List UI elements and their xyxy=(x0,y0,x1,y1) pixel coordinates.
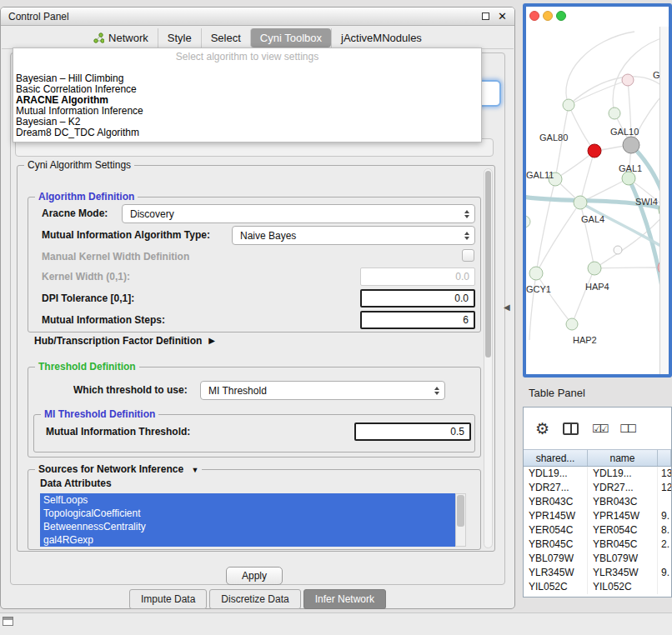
table-cell: YIL052C xyxy=(524,580,588,594)
table-cell: 2. xyxy=(658,538,671,552)
attribute-list-scrollbar[interactable] xyxy=(455,493,466,547)
hub-section-header[interactable]: Hub/Transcription Factor Definition ▶ xyxy=(34,335,215,347)
table-row[interactable]: YDR27...YDR27...12 xyxy=(524,481,671,495)
aracne-mode-select[interactable]: Discovery xyxy=(122,204,475,223)
table-cell: YBR045C xyxy=(588,538,658,552)
sources-title-label: Sources for Network Inference xyxy=(38,463,183,475)
dpi-tolerance-field[interactable] xyxy=(360,289,475,308)
table-cell: YDL19... xyxy=(588,467,658,481)
network-node[interactable] xyxy=(574,196,587,209)
bottom-tab-impute-data[interactable]: Impute Data xyxy=(129,589,207,609)
algorithm-option-mutual-information-inference[interactable]: Mutual Information Inference xyxy=(13,106,481,117)
network-node[interactable] xyxy=(529,267,543,280)
mi-threshold-label: Mutual Information Threshold: xyxy=(46,426,190,438)
network-edge xyxy=(555,151,594,179)
manual-kernel-checkbox[interactable] xyxy=(462,249,474,262)
table-row[interactable]: YER054CYER054C8. xyxy=(524,523,671,538)
settings-scrollbar[interactable] xyxy=(484,168,493,548)
panel-splitter-arrow[interactable]: ◀ xyxy=(504,302,510,312)
kernel-width-field[interactable] xyxy=(360,268,475,286)
table-panel: ⚙ ☑☑ ☐☐ shared... name YDL19...YDL19...1… xyxy=(523,407,672,598)
table-cell: 9. xyxy=(658,509,671,523)
network-node[interactable] xyxy=(588,262,601,275)
mi-algorithm-type-select[interactable]: Naive Bayes xyxy=(232,226,475,245)
table-row[interactable]: YLR345WYLR345W9. xyxy=(524,566,671,580)
mi-steps-label: Mutual Information Steps: xyxy=(42,314,165,326)
table-cell xyxy=(658,580,671,594)
network-icon xyxy=(93,32,104,43)
network-node-label: SWI4 xyxy=(635,197,658,207)
sources-section-header[interactable]: Sources for Network Inference ▼ xyxy=(35,463,202,477)
network-node[interactable] xyxy=(526,216,530,228)
network-node[interactable] xyxy=(623,137,639,153)
column-header-partial[interactable] xyxy=(658,450,671,466)
close-window-icon[interactable] xyxy=(529,11,539,21)
apply-button[interactable]: Apply xyxy=(226,567,283,585)
network-edge xyxy=(529,273,536,340)
table-cell: YDR27... xyxy=(524,481,588,495)
deselect-all-checkboxes-icon[interactable]: ☐☐ xyxy=(619,422,634,435)
tab-label: Select xyxy=(211,32,241,44)
float-panel-icon[interactable] xyxy=(482,12,489,20)
network-vertical-scrollbar[interactable] xyxy=(659,27,669,374)
network-graph[interactable]: GAL80GAL10GAL11GAL1SWI4GAL4GCY1HAP4HAP2G… xyxy=(526,7,669,374)
tab-cyni-toolbox[interactable]: Cyni Toolbox xyxy=(250,28,331,48)
network-node-label: GAL4 xyxy=(581,214,604,224)
network-edge xyxy=(580,202,594,268)
table-cell xyxy=(658,495,671,509)
network-view-window: GAL80GAL10GAL11GAL1SWI4GAL4GCY1HAP4HAP2G… xyxy=(523,3,672,378)
table-row[interactable]: YBR045CYBR045C2. xyxy=(524,538,671,552)
which-threshold-select[interactable]: MI Threshold xyxy=(200,381,445,400)
mi-threshold-definition-group: MI Threshold Definition Mutual Informati… xyxy=(33,414,475,452)
application-root: Control Panel ✕ NetworkStyleSelectCyni T… xyxy=(0,0,672,635)
tab-label: Style xyxy=(168,32,192,44)
network-node[interactable] xyxy=(609,108,620,119)
minimized-panel-icon[interactable] xyxy=(3,617,13,626)
minimize-window-icon[interactable] xyxy=(543,11,553,21)
network-node-label: GAL10 xyxy=(610,127,639,137)
table-row[interactable]: YBL079WYBL079W xyxy=(524,552,671,566)
network-node[interactable] xyxy=(563,99,574,111)
zoom-window-icon[interactable] xyxy=(556,11,566,21)
attribute-list[interactable]: SelfLoopsTopologicalCoefficientBetweenne… xyxy=(40,493,455,547)
scrollbar-thumb[interactable] xyxy=(485,171,491,358)
network-node[interactable] xyxy=(622,74,634,86)
algorithm-definition-group: Algorithm Definition Aracne Mode: Discov… xyxy=(28,197,481,332)
bottom-tab-infer-network[interactable]: Infer Network xyxy=(303,589,386,609)
column-header-name[interactable]: name xyxy=(588,450,658,466)
scrollbar-thumb[interactable] xyxy=(457,495,464,527)
table-cell: YBR045C xyxy=(524,538,588,552)
bottom-tab-discretize-data[interactable]: Discretize Data xyxy=(209,589,300,609)
network-edge xyxy=(569,105,594,151)
table-cell: YLR345W xyxy=(524,566,588,580)
algorithm-option-dream8-dc-tdc-algorithm[interactable]: Dream8 DC_TDC Algorithm xyxy=(13,128,481,138)
table-cell: 13 xyxy=(658,467,671,481)
select-all-checkboxes-icon[interactable]: ☑☑ xyxy=(592,422,606,435)
which-threshold-value: MI Threshold xyxy=(201,385,434,397)
attribute-item-betweennesscentrality[interactable]: BetweennessCentrality xyxy=(40,520,455,533)
tab-select[interactable]: Select xyxy=(201,28,250,48)
network-node[interactable] xyxy=(622,172,635,185)
column-header-shared-name[interactable]: shared... xyxy=(524,450,588,466)
tab-jactivemnodules[interactable]: jActiveMNodules xyxy=(331,28,431,48)
attribute-item-topologicalcoefficient[interactable]: TopologicalCoefficient xyxy=(40,507,455,520)
network-node[interactable] xyxy=(588,144,601,158)
table-row[interactable]: YIL052CYIL052C xyxy=(524,580,671,594)
mi-threshold-field[interactable] xyxy=(354,422,471,441)
columns-icon[interactable] xyxy=(563,422,579,435)
tab-style[interactable]: Style xyxy=(158,28,201,48)
combo-stepper-icon xyxy=(434,387,439,395)
tab-network[interactable]: Network xyxy=(84,28,158,48)
attribute-item-gal4rgexp[interactable]: gal4RGexp xyxy=(40,533,455,547)
table-cell: YER054C xyxy=(524,523,588,538)
gear-icon[interactable]: ⚙ xyxy=(535,421,549,437)
table-row[interactable]: YPR145WYPR145W9. xyxy=(524,509,671,523)
close-panel-icon[interactable]: ✕ xyxy=(498,11,507,22)
network-node[interactable] xyxy=(614,246,622,254)
attribute-item-selfloops[interactable]: SelfLoops xyxy=(40,493,455,507)
mi-steps-field[interactable] xyxy=(360,311,475,329)
table-row[interactable]: YBR043CYBR043C xyxy=(524,495,671,509)
control-panel-titlebar[interactable]: Control Panel ✕ xyxy=(1,8,514,26)
table-row[interactable]: YDL19...YDL19...13 xyxy=(524,467,671,481)
network-node[interactable] xyxy=(566,318,578,330)
